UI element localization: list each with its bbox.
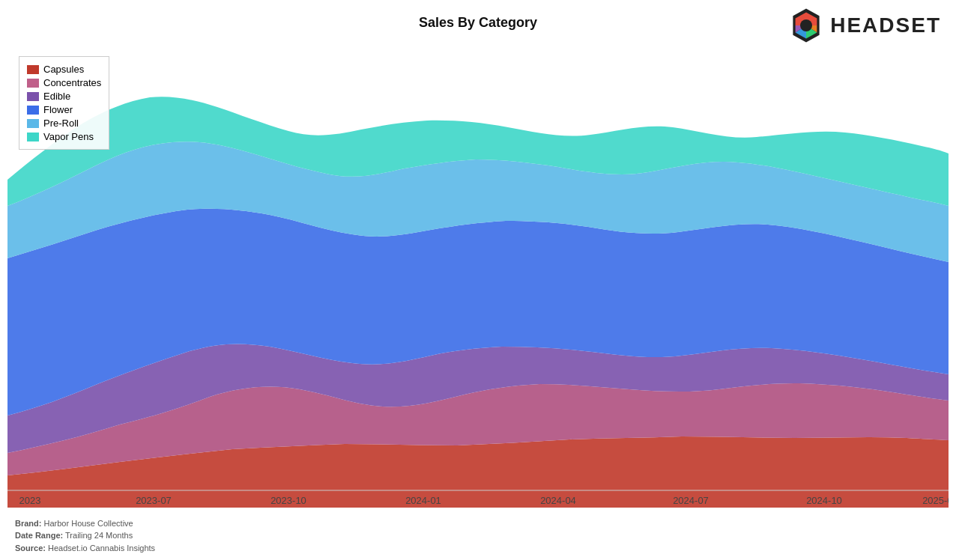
svg-text:2024-04: 2024-04 [540,495,576,506]
footer-info: Brand: Harbor House Collective Date Rang… [15,517,155,555]
legend-color-edible [27,92,39,101]
brand-label: Brand: [15,519,41,528]
legend-label-capsules: Capsules [43,64,84,75]
legend-item-concentrates: Concentrates [27,77,101,88]
svg-text:2025-01: 2025-01 [922,495,949,506]
chart-svg: 2023 2023-07 2023-10 2024-01 2024-04 202… [7,49,949,508]
chart-legend: Capsules Concentrates Edible Flower Pre-… [19,56,109,150]
legend-label-edible: Edible [43,91,70,102]
legend-color-flower [27,106,39,115]
source-label: Source: [15,544,46,553]
legend-label-flower: Flower [43,104,73,115]
legend-label-vapor-pens: Vapor Pens [43,131,94,142]
svg-text:2024-07: 2024-07 [673,495,709,506]
legend-label-concentrates: Concentrates [43,77,101,88]
svg-text:2023-07: 2023-07 [136,495,172,506]
legend-color-concentrates [27,79,39,88]
svg-text:2024-01: 2024-01 [405,495,441,506]
page-container: HEADSET Sales By Category [0,0,956,560]
date-value: Trailing 24 Months [65,531,133,540]
brand-value: Harbor House Collective [44,519,133,528]
chart-area: 2023 2023-07 2023-10 2024-01 2024-04 202… [7,49,949,508]
legend-item-capsules: Capsules [27,64,101,75]
legend-item-preroll: Pre-Roll [27,118,101,129]
legend-item-flower: Flower [27,104,101,115]
svg-text:2023: 2023 [19,495,41,506]
legend-item-vapor-pens: Vapor Pens [27,131,101,142]
source-value: Headset.io Cannabis Insights [48,544,155,553]
legend-color-vapor-pens [27,133,39,141]
svg-text:2024-10: 2024-10 [806,495,842,506]
svg-text:2023-10: 2023-10 [270,495,306,506]
legend-color-preroll [27,119,39,128]
legend-label-preroll: Pre-Roll [43,118,79,129]
chart-title: Sales By Category [0,15,956,31]
legend-color-capsules [27,65,39,74]
date-label: Date Range: [15,531,63,540]
legend-item-edible: Edible [27,91,101,102]
